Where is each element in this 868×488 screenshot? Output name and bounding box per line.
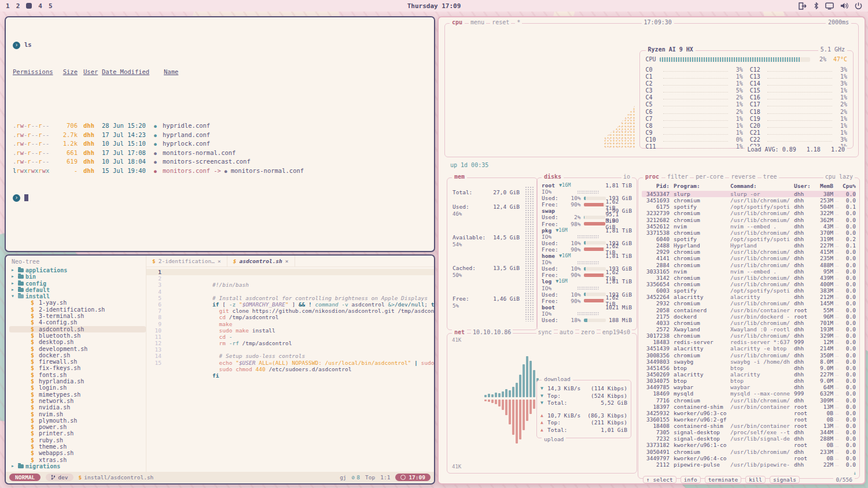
tree-item[interactable]: $ theme.sh (9, 443, 146, 450)
tree-item[interactable]: $ nvidia.sh (9, 404, 146, 411)
tree-item[interactable]: $ nvim.sh (9, 411, 146, 417)
process-row[interactable]: 3453347 slurp slurp -or dhh 38M 0.0 (642, 191, 856, 197)
workspace-button[interactable]: 5 (49, 2, 53, 10)
editor-tab[interactable]: $ asdcontrol.sh × (227, 256, 295, 267)
process-row[interactable]: 7232 signal-desktop /usr/lib/signal-de d… (642, 435, 856, 442)
bluetooth-icon[interactable] (814, 2, 819, 10)
process-row[interactable]: 3451693 chromium /usr/lib/chromium/ dhh … (642, 197, 856, 204)
process-action-button[interactable]: info (681, 476, 701, 483)
tree-item[interactable]: $ hyprlandia.sh (9, 378, 146, 385)
process-row[interactable]: 2932 chromium /usr/lib/chromium/ dhh 145… (642, 300, 856, 306)
process-row[interactable]: 2175 dockerd /usr/bin/dockerd - root 96M… (642, 313, 856, 320)
process-option-button[interactable]: reverse (729, 173, 757, 180)
process-row[interactable]: 3050491 chromium /usr/lib/chromium/ dhh … (642, 449, 856, 455)
col-header-pid[interactable]: Pid: (642, 183, 674, 191)
tree-expander-icon[interactable]: ▶ (12, 287, 18, 293)
tree-item[interactable]: ▶ config (9, 280, 146, 287)
process-row[interactable]: 3212682 chromium /usr/lib/chromium/ dhh … (642, 217, 856, 223)
process-row[interactable]: 3033165 nvim nvim --embed . dhh 95M 0.0 (642, 268, 856, 275)
process-row[interactable]: 3017238 chromium /usr/lib/chromium/ dhh … (642, 332, 856, 339)
display-icon[interactable] (825, 2, 834, 10)
network-option-button[interactable]: enp194s0 (601, 329, 632, 335)
tree-item[interactable]: $ 4-config.sh (9, 319, 146, 326)
process-action-button[interactable]: signals (770, 476, 800, 483)
cpu-option-button[interactable]: * (515, 19, 522, 25)
tree-expander-icon[interactable]: ▶ (12, 273, 18, 280)
tree-item[interactable]: $ asdcontrol.sh (9, 326, 146, 332)
tab-close-icon[interactable]: × (285, 258, 289, 264)
process-row[interactable]: 18408 containerd-shim /usr/bin/container… (642, 423, 856, 429)
workspace-button[interactable]: 1 (6, 2, 10, 10)
cpu-option-button[interactable]: reset (490, 19, 511, 25)
tree-item[interactable]: $ fix-fkeys.sh (9, 365, 146, 371)
process-row[interactable]: 18483 redis-server redis-server *:637 99… (642, 339, 856, 345)
process-row[interactable]: 7305 signal-desktop /proc/self/exe --t d… (642, 429, 856, 435)
process-row[interactable]: 3142 chromium /usr/lib/chromium/ dhh 439… (642, 275, 856, 281)
process-row[interactable]: 2058 containerd /usr/bin/container root … (642, 307, 856, 313)
process-action-button[interactable]: ↑ select (643, 476, 676, 483)
refresh-interval[interactable]: 2000ms (826, 19, 851, 25)
tree-expander-icon[interactable]: ▶ (12, 463, 18, 469)
col-header-program[interactable]: Program: (674, 183, 730, 191)
process-row[interactable]: 3449785 waybar waybar dhh 64M 0.0 (642, 384, 856, 390)
tree-item[interactable]: $ printer.sh (9, 430, 146, 437)
cpu-option-button[interactable]: menu (469, 19, 486, 25)
tree-item[interactable]: $ ruby.sh (9, 437, 146, 443)
process-row[interactable]: 2488 Hyprland Hyprland dhh 227M 0.1 (642, 242, 856, 249)
process-action-button[interactable]: kill (745, 476, 766, 483)
col-header-user[interactable]: User: (794, 183, 812, 191)
tree-item[interactable]: $ network.sh (9, 398, 146, 404)
tree-item[interactable]: $ desktop.sh (9, 339, 146, 345)
tree-expander-icon[interactable]: ▶ (12, 267, 18, 273)
process-row[interactable]: 3451456 btop btop dhh 9.0M 0.0 (642, 365, 856, 371)
process-row[interactable]: 3373182 kworker/u96:1-co root 0B 0.0 (642, 442, 856, 448)
process-row[interactable]: 3232739 chromium /usr/lib/chromium/ dhh … (642, 210, 856, 216)
process-row[interactable]: 3371538 chromium /usr/lib/chromium/ dhh … (642, 230, 856, 236)
tree-item[interactable]: $ plymouth.sh (9, 417, 146, 424)
tree-item[interactable]: ▶ bin (9, 273, 146, 280)
workspace-button[interactable]: 4 (38, 2, 42, 10)
volume-icon[interactable] (840, 2, 848, 9)
tree-expander-icon[interactable]: ▼ (12, 293, 18, 300)
tree-item[interactable]: $ power.sh (9, 424, 146, 430)
tree-item[interactable]: ▶ migrations (9, 463, 146, 469)
process-row[interactable]: 3425932 kworker/u96:3-co root 0B 0.0 (642, 410, 856, 416)
process-row[interactable]: 3452612 nvim nvim --embed . dhh 43M 0.0 (642, 223, 856, 230)
process-row[interactable]: 2112 pipewire-pulse /usr/lib/pipewire- d… (642, 461, 856, 468)
code-buffer[interactable]: 1 #!/bin/bash 2 3 (146, 267, 434, 472)
process-row[interactable]: 3449797 kworker/u96:4-co root 0B 0.0 (642, 455, 856, 461)
process-row[interactable]: 6040 spotify /opt/spotify/spoti dhh 319M… (642, 236, 856, 242)
col-header-cpu[interactable]: Cpu% (841, 183, 856, 191)
network-option-button[interactable]: sync (536, 329, 554, 335)
process-row[interactable]: 18469 mysqld mysqld --max-conne 999 632M… (642, 390, 856, 397)
process-row[interactable]: 18397 containerd-shim /usr/bin/container… (642, 404, 856, 410)
process-row[interactable]: 4141 chromium /usr/lib/chromium/ dhh 235… (642, 255, 856, 261)
process-row[interactable]: 3449803 swaybg swaybg -i /home/dh dhh 8.… (642, 358, 856, 365)
process-option-button[interactable]: filter (665, 173, 690, 180)
tree-item[interactable]: ▶ applications (9, 267, 146, 273)
process-row[interactable]: 3008356 chromium /usr/lib/chromium/ dhh … (642, 352, 856, 358)
logout-icon[interactable] (799, 2, 807, 10)
tree-item[interactable]: $ firewall.sh (9, 358, 146, 365)
tree-item[interactable]: $ 2-identification.sh (9, 306, 146, 313)
tree-item[interactable]: $ login.sh (9, 385, 146, 391)
process-option-button[interactable]: tree (762, 173, 779, 180)
process-action-button[interactable]: terminate (705, 476, 741, 483)
process-row[interactable]: 7716 chromium /usr/lib/chromium/ dhh 309… (642, 397, 856, 404)
process-row[interactable]: 3452264 alacritty alacritty dhh 212M 0.0 (642, 294, 856, 300)
tree-item[interactable]: $ 1-yay.sh (9, 300, 146, 306)
tree-item[interactable]: $ fonts.sh (9, 372, 146, 378)
tree-item[interactable]: $ bluetooth.sh (9, 332, 146, 339)
sort-selector[interactable]: cpu lazy (823, 173, 855, 180)
col-header-command[interactable]: Command: (730, 183, 794, 191)
tree-item[interactable]: $ docker.sh (9, 352, 146, 358)
tree-item[interactable]: $ xtras.sh (9, 457, 146, 463)
btop-window[interactable]: cpu menureset* 17:09:30 2000ms Ryzen AI … (437, 16, 866, 485)
process-row[interactable]: 2884 chromium /usr/lib/chromium/ dhh 488… (642, 262, 856, 268)
tree-item[interactable]: $ mimetypes.sh (9, 391, 146, 398)
workspace-button[interactable]: 3 (26, 3, 32, 9)
col-header-mem[interactable]: MemB (812, 183, 833, 191)
process-row[interactable]: 6175 spotify /opt/spotify/spoti dhh 504M… (642, 204, 856, 210)
process-row[interactable]: 4033 chromium /usr/lib/chromium/ dhh 701… (642, 320, 856, 326)
editor-tab[interactable]: $ 2-identification… × (146, 256, 227, 267)
